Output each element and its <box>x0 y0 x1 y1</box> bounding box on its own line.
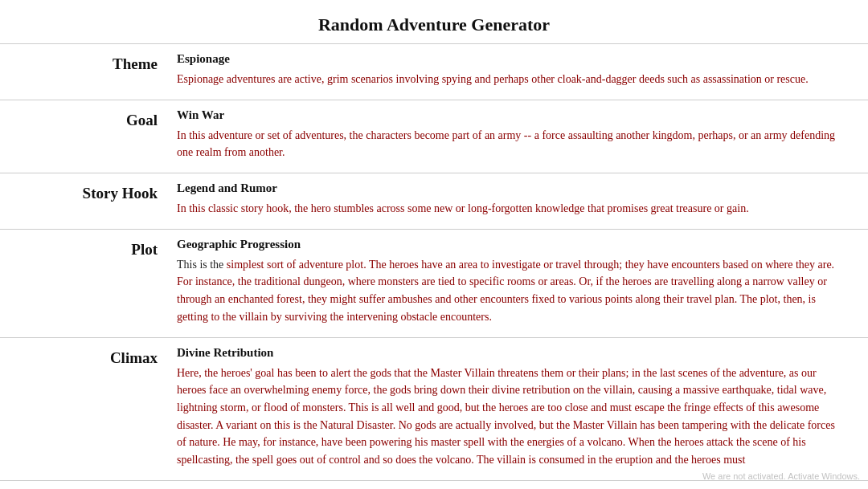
row-label-climax: Climax <box>0 337 177 480</box>
row-value-plot: Geographic ProgressionThis is the simple… <box>177 229 868 337</box>
row-value-story-hook: Legend and RumorIn this classic story ho… <box>177 173 868 230</box>
entry-title: Espionage <box>177 52 844 66</box>
desc-segment: simplest sort of adventure plot. <box>227 259 366 271</box>
row-label-plot: Plot <box>0 229 177 337</box>
page-title: Random Adventure Generator <box>0 0 868 44</box>
watermark: We are not activated. Activate Windows. <box>702 471 860 481</box>
entry-desc: In this adventure or set of adventures, … <box>177 127 844 161</box>
entry-desc: In this classic story hook, the hero stu… <box>177 200 844 218</box>
entry-title: Legend and Rumor <box>177 181 844 195</box>
entry-desc: Here, the heroes' goal has been to alert… <box>177 365 844 469</box>
table-row: Story HookLegend and RumorIn this classi… <box>0 173 868 230</box>
row-label-theme: Theme <box>0 44 177 100</box>
entry-title: Win War <box>177 108 844 122</box>
desc-segment: In this classic story hook, the hero stu… <box>177 202 749 214</box>
desc-segment: Here, the heroes' goal has been to alert… <box>177 367 835 466</box>
entry-desc: This is the simplest sort of adventure p… <box>177 256 844 326</box>
table-row: ClimaxDivine RetributionHere, the heroes… <box>0 337 868 480</box>
table-row: PlotGeographic ProgressionThis is the si… <box>0 229 868 337</box>
entry-title: Geographic Progression <box>177 238 844 251</box>
row-value-goal: Win WarIn this adventure or set of adven… <box>177 100 868 173</box>
entry-desc: Espionage adventures are active, grim sc… <box>177 71 844 88</box>
row-value-climax: Divine RetributionHere, the heroes' goal… <box>177 337 868 480</box>
desc-segment: This is the <box>177 259 227 271</box>
desc-segment: In this adventure or set of adventures, … <box>177 129 835 159</box>
entry-title: Divine Retribution <box>177 346 844 360</box>
row-label-story-hook: Story Hook <box>0 173 177 230</box>
desc-segment: Espionage adventures are active, grim sc… <box>177 73 809 85</box>
table-row: ThemeEspionageEspionage adventures are a… <box>0 44 868 100</box>
row-value-theme: EspionageEspionage adventures are active… <box>177 44 868 100</box>
content-table: ThemeEspionageEspionage adventures are a… <box>0 44 868 481</box>
row-label-goal: Goal <box>0 100 177 173</box>
table-row: GoalWin WarIn this adventure or set of a… <box>0 100 868 173</box>
